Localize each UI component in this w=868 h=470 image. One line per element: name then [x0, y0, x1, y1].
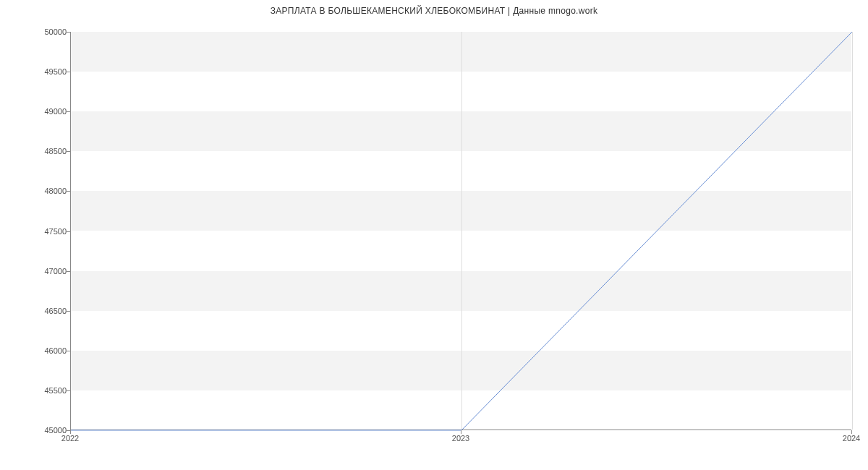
x-axis-tick-label: 2023 [452, 434, 469, 443]
y-axis-tick-label: 46000 [9, 346, 67, 355]
data-line [71, 32, 851, 430]
y-axis-tick-mark [67, 231, 70, 232]
y-axis-tick-mark [67, 390, 70, 391]
x-axis-tick-mark [851, 430, 852, 434]
x-axis-tick-mark [461, 430, 461, 434]
y-axis-tick-label: 45000 [9, 426, 67, 435]
y-axis-tick-label: 46500 [9, 307, 67, 315]
y-axis-tick-mark [67, 72, 70, 72]
y-axis-tick-label: 45500 [9, 386, 67, 395]
x-axis-tick-mark [70, 430, 71, 434]
x-axis-tick-label: 2024 [843, 434, 860, 443]
y-axis-tick-mark [67, 271, 70, 272]
y-axis-tick-label: 49000 [9, 107, 67, 116]
chart-title: ЗАРПЛАТА В БОЛЬШЕКАМЕНСКИЙ ХЛЕБОКОМБИНАТ… [0, 6, 868, 16]
y-axis-tick-label: 48500 [9, 147, 67, 155]
y-axis-tick-label: 47500 [9, 227, 67, 236]
y-axis-tick-mark [67, 151, 70, 152]
y-axis-tick-label: 47000 [9, 267, 67, 275]
grid-line-vertical [852, 32, 853, 430]
y-axis-tick-mark [67, 32, 70, 33]
y-axis-tick-label: 48000 [9, 187, 67, 195]
y-axis-tick-mark [67, 111, 70, 112]
y-axis-tick-label: 50000 [9, 27, 67, 36]
x-axis-tick-label: 2022 [61, 434, 79, 443]
plot-area [70, 32, 851, 430]
y-axis-tick-label: 49500 [9, 67, 67, 76]
y-axis-tick-mark [67, 191, 70, 192]
y-axis-tick-mark [67, 311, 70, 312]
y-axis-tick-mark [67, 351, 70, 351]
